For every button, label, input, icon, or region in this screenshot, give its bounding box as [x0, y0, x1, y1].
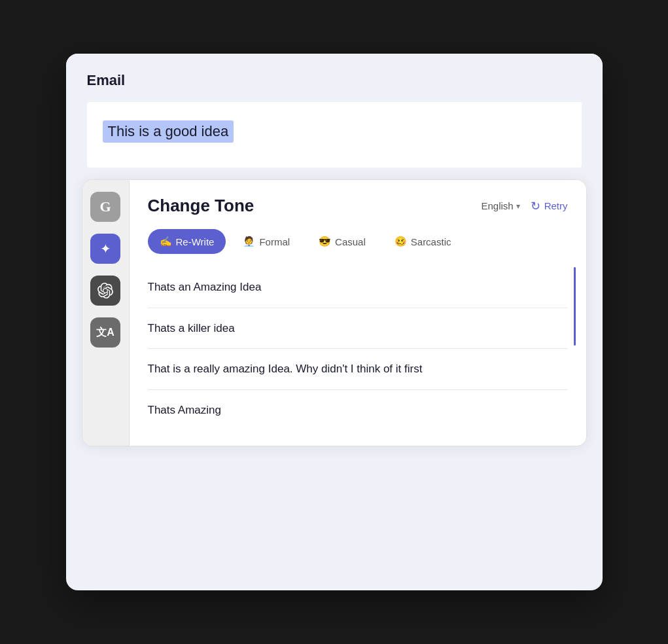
retry-label: Retry	[544, 200, 568, 211]
language-selector[interactable]: English ▾	[481, 200, 519, 211]
suggestion-item-3[interactable]: That is a really amazing Idea. Why didn'…	[148, 349, 568, 390]
sarcastic-emoji: 🥴	[395, 236, 407, 247]
rewrite-emoji: ✍️	[160, 236, 172, 247]
suggestion-text-1: Thats an Amazing Idea	[148, 281, 262, 293]
sidebar: G ✦ 文A	[82, 180, 130, 446]
suggestions-list: Thats an Amazing Idea Thats a killer ide…	[148, 267, 568, 430]
tab-formal[interactable]: 🧑‍💼 Formal	[231, 229, 302, 254]
rewrite-label: Re-Write	[176, 236, 215, 247]
grammarly-letter: G	[99, 198, 111, 215]
translate-icon: 文A	[96, 326, 114, 340]
sidebar-icon-ai-sparkle[interactable]: ✦	[90, 234, 120, 264]
suggestion-text-2: Thats a killer idea	[148, 322, 235, 334]
tab-rewrite[interactable]: ✍️ Re-Write	[148, 229, 226, 254]
sarcastic-label: Sarcastic	[411, 236, 451, 247]
suggestion-item-4[interactable]: Thats Amazing	[148, 390, 568, 431]
panel-header: Change Tone English ▾ ↻ Retry	[148, 196, 568, 216]
plugin-panel: G ✦ 文A Change Tone English	[82, 179, 587, 446]
formal-emoji: 🧑‍💼	[243, 236, 255, 247]
selected-text[interactable]: This is a good idea	[103, 120, 234, 143]
casual-label: Casual	[335, 236, 366, 247]
panel-title: Change Tone	[148, 196, 255, 216]
chatgpt-icon	[97, 283, 113, 298]
window-header: Email	[66, 54, 603, 102]
retry-icon: ↻	[531, 199, 540, 213]
content-area: This is a good idea	[87, 102, 582, 168]
suggestion-item-2[interactable]: Thats a killer idea	[148, 308, 568, 349]
sparkle-icon: ✦	[100, 241, 111, 257]
formal-label: Formal	[259, 236, 290, 247]
app-window: Email This is a good idea G ✦ 文A	[66, 54, 603, 590]
chevron-down-icon: ▾	[516, 202, 520, 211]
sidebar-icon-grammarly[interactable]: G	[90, 192, 120, 222]
suggestion-text-4: Thats Amazing	[148, 404, 221, 416]
window-title: Email	[87, 72, 126, 88]
sidebar-icon-translate[interactable]: 文A	[90, 317, 120, 348]
header-right: English ▾ ↻ Retry	[481, 199, 567, 213]
suggestion-text-3: That is a really amazing Idea. Why didn'…	[148, 363, 423, 375]
scroll-bar	[574, 267, 576, 346]
tone-tabs: ✍️ Re-Write 🧑‍💼 Formal 😎 Casual 🥴 Sarcas…	[148, 229, 568, 254]
tab-sarcastic[interactable]: 🥴 Sarcastic	[383, 229, 463, 254]
language-label: English	[481, 200, 513, 211]
casual-emoji: 😎	[319, 236, 331, 247]
retry-button[interactable]: ↻ Retry	[531, 199, 568, 213]
sidebar-icon-chatgpt[interactable]	[90, 276, 120, 306]
suggestion-item-1[interactable]: Thats an Amazing Idea	[148, 267, 568, 308]
tab-casual[interactable]: 😎 Casual	[307, 229, 378, 254]
main-panel-content: Change Tone English ▾ ↻ Retry ✍️ Re-Wri	[130, 180, 586, 446]
